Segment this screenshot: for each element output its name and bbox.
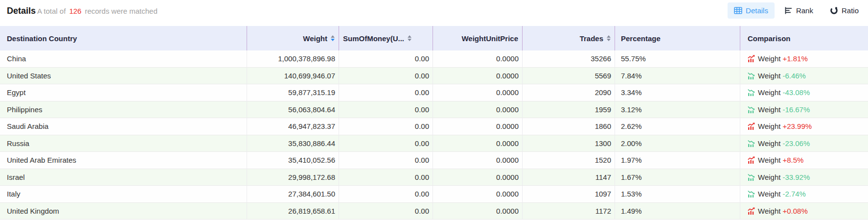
cell-sum-of-money: 0.00 — [339, 84, 433, 101]
cell-comparison: Weight-16.67% — [740, 101, 868, 119]
comparison-metric-label: Weight — [758, 54, 780, 63]
cell-comparison: Weight-33.92% — [740, 169, 868, 186]
trend-up-icon — [748, 156, 755, 164]
cell-trades: 1959 — [523, 101, 615, 119]
column-header-sum-of-money[interactable]: SumOfMoney(U... — [339, 26, 433, 50]
cell-trades: 1860 — [523, 118, 615, 135]
summary-prefix: A total of — [37, 7, 66, 15]
cell-comparison: Weight+1.81% — [740, 50, 868, 68]
cell-trades: 1147 — [523, 169, 615, 186]
cell-weight-unit-price: 0.0000 — [433, 50, 523, 68]
cell-percentage: 55.75% — [615, 50, 740, 68]
summary-suffix: records were matched — [85, 7, 157, 15]
cell-weight: 29,998,172.68 — [247, 169, 339, 186]
sort-carets-icon — [408, 35, 411, 41]
cell-destination-country: United Arab Emirates — [0, 152, 247, 169]
pie-chart-icon — [830, 6, 838, 15]
cell-percentage: 1.67% — [615, 169, 740, 186]
comparison-value: -23.06% — [782, 139, 810, 148]
column-header-trades[interactable]: Trades — [523, 26, 615, 50]
tab-ratio[interactable]: Ratio — [823, 2, 865, 19]
cell-sum-of-money: 0.00 — [339, 101, 433, 119]
comparison-value: -43.08% — [782, 88, 810, 97]
cell-weight-unit-price: 0.0000 — [433, 68, 523, 85]
column-header-weight-unit-price: WeightUnitPrice — [433, 26, 523, 50]
trend-up-icon — [748, 55, 755, 62]
cell-sum-of-money: 0.00 — [339, 135, 433, 152]
cell-weight: 1,000,378,896.98 — [247, 50, 339, 68]
cell-trades: 5569 — [523, 68, 615, 85]
column-label: WeightUnitPrice — [461, 34, 518, 43]
cell-trades: 1300 — [523, 135, 615, 152]
column-header-comparison: Comparison — [740, 26, 868, 50]
cell-comparison: Weight+0.08% — [740, 203, 868, 220]
cell-percentage: 3.34% — [615, 84, 740, 101]
tab-rank-label: Rank — [796, 6, 813, 15]
tab-details-label: Details — [746, 6, 768, 15]
cell-weight-unit-price: 0.0000 — [433, 186, 523, 203]
cell-percentage: 2.62% — [615, 118, 740, 135]
cell-sum-of-money: 0.00 — [339, 68, 433, 85]
comparison-metric-label: Weight — [758, 173, 780, 181]
comparison-metric-label: Weight — [758, 139, 780, 148]
cell-weight: 27,384,601.50 — [247, 186, 339, 203]
comparison-value: -6.46% — [782, 72, 806, 80]
cell-weight: 35,830,886.44 — [247, 135, 339, 152]
comparison-value: -16.67% — [782, 105, 810, 114]
cell-sum-of-money: 0.00 — [339, 50, 433, 68]
comparison-metric-label: Weight — [758, 207, 780, 215]
comparison-value: +8.5% — [782, 156, 803, 164]
comparison-value: +23.99% — [782, 122, 812, 130]
cell-percentage: 1.49% — [615, 203, 740, 220]
cell-weight-unit-price: 0.0000 — [433, 203, 523, 220]
trend-down-icon — [748, 106, 755, 113]
comparison-metric-label: Weight — [758, 72, 780, 80]
cell-weight-unit-price: 0.0000 — [433, 152, 523, 169]
cell-weight: 26,819,658.61 — [247, 203, 339, 220]
cell-sum-of-money: 0.00 — [339, 152, 433, 169]
cell-comparison: Weight-6.46% — [740, 68, 868, 85]
cell-weight-unit-price: 0.0000 — [433, 118, 523, 135]
cell-destination-country: Philippines — [0, 101, 247, 119]
cell-weight: 35,410,052.56 — [247, 152, 339, 169]
table-row: Egypt59,877,315.190.000.000020903.34% We… — [0, 84, 868, 101]
comparison-metric-label: Weight — [758, 156, 780, 164]
tab-rank[interactable]: Rank — [778, 2, 820, 19]
table-row: United Arab Emirates35,410,052.560.000.0… — [0, 152, 868, 169]
column-header-percentage: Percentage — [615, 26, 740, 50]
cell-weight-unit-price: 0.0000 — [433, 169, 523, 186]
column-label: Destination Country — [7, 34, 77, 43]
tab-details[interactable]: Details — [728, 2, 775, 19]
column-label: Percentage — [621, 34, 661, 43]
records-table: Destination Country Weight SumOfMoney(U.… — [0, 26, 868, 220]
table-row: United Kingdom26,819,658.610.000.0000117… — [0, 203, 868, 220]
cell-percentage: 2.00% — [615, 135, 740, 152]
cell-weight: 46,947,823.37 — [247, 118, 339, 135]
cell-comparison: Weight+23.99% — [740, 118, 868, 135]
cell-destination-country: Russia — [0, 135, 247, 152]
cell-trades: 1097 — [523, 186, 615, 203]
table-row: United States140,699,946.070.000.0000556… — [0, 68, 868, 85]
table-row: China1,000,378,896.980.000.00003526655.7… — [0, 50, 868, 68]
comparison-metric-label: Weight — [758, 122, 780, 130]
column-label: Trades — [580, 34, 603, 43]
cell-weight-unit-price: 0.0000 — [433, 84, 523, 101]
cell-trades: 35266 — [523, 50, 615, 68]
comparison-value: +0.08% — [782, 207, 807, 215]
table-row: Israel29,998,172.680.000.000011471.67% W… — [0, 169, 868, 186]
cell-comparison: Weight-2.74% — [740, 186, 868, 203]
comparison-metric-label: Weight — [758, 88, 780, 97]
cell-percentage: 3.12% — [615, 101, 740, 119]
cell-comparison: Weight-43.08% — [740, 84, 868, 101]
page-title: Details — [7, 6, 36, 16]
tab-ratio-label: Ratio — [842, 6, 859, 15]
column-header-weight[interactable]: Weight — [247, 26, 339, 50]
cell-sum-of-money: 0.00 — [339, 118, 433, 135]
sort-carets-icon — [607, 35, 611, 41]
cell-trades: 1172 — [523, 203, 615, 220]
cell-trades: 1520 — [523, 152, 615, 169]
table-row: Russia35,830,886.440.000.000013002.00% W… — [0, 135, 868, 152]
column-label: SumOfMoney(U... — [343, 34, 404, 43]
cell-destination-country: Saudi Arabia — [0, 118, 247, 135]
comparison-value: -2.74% — [782, 190, 806, 198]
